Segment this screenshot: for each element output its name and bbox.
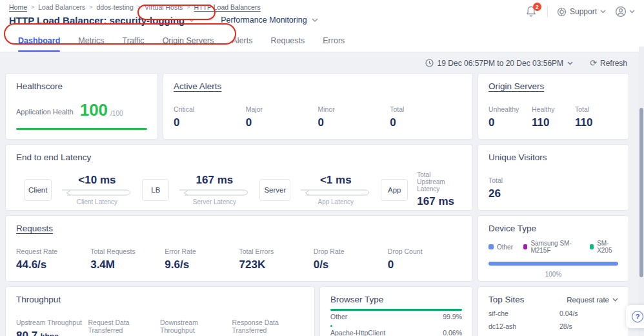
stat-label: Unhealthy (488, 105, 532, 113)
page-title-dropdown[interactable]: HTTP Load Balancer: security-logging (9, 15, 195, 26)
requests-title-link[interactable]: Requests (16, 224, 462, 233)
chevron-down-icon (612, 298, 618, 302)
latency-segment-app: <1 ms App Latency (297, 174, 374, 205)
chevron-down-icon (629, 10, 635, 14)
browser-bar (330, 325, 332, 327)
dashboard-content: Healthscore Application Health 100 /100 … (5, 73, 629, 336)
breadcrumb-home[interactable]: Home (9, 3, 27, 11)
throughput-card: Throughput Upstream Throughput 80.7 kbps… (5, 286, 315, 336)
latency-title: End to end Latency (16, 152, 462, 162)
browser-row-apache: Apache-HttpClient 0.06% (330, 325, 462, 336)
support-menu[interactable]: Support (557, 7, 606, 17)
breadcrumb-load-balancers[interactable]: Load Balancers (38, 3, 85, 11)
stat-drop-count: Drop Count 0 (388, 247, 462, 271)
throughput-title: Throughput (16, 295, 304, 304)
stat-value: 9.6/s (165, 258, 239, 271)
stat-total-alerts: Total 0 (390, 105, 462, 129)
throughput-stats: Upstream Throughput 80.7 kbps Request Da… (16, 319, 304, 336)
stat-downstream-throughput: Downstream Throughput 710 kbps (160, 319, 232, 336)
breadcrumb-http-load-balancers[interactable]: HTTP Load Balancers (194, 3, 261, 11)
stat-total-visitors: Total 26 (488, 176, 618, 200)
stat-label: Drop Rate (314, 247, 388, 255)
row-3: Requests Request Rate 44.6/s Total Reque… (5, 215, 629, 282)
date-range-picker[interactable]: 19 Dec 06:57PM to 20 Dec 03:56PM (425, 59, 573, 68)
active-alerts-title-link[interactable]: Active Alerts (174, 81, 462, 91)
tab-alerts[interactable]: Alerts (223, 30, 262, 52)
origin-servers-title-link[interactable]: Origin Servers (488, 81, 618, 91)
device-type-legend: Other Samsung SM-M215F SM-X205 (488, 240, 618, 254)
latency-segment-client: <10 ms Client Latency (58, 174, 136, 205)
tab-requests[interactable]: Requests (261, 30, 314, 52)
chevron-down-icon (600, 10, 606, 14)
breadcrumb-virtual-hosts[interactable]: Virtual Hosts (145, 3, 183, 11)
tab-origin-servers[interactable]: Origin Servers (154, 30, 223, 52)
site-value: 0.04/s (559, 310, 578, 317)
healthscore-card: Healthscore Application Health 100 /100 (5, 73, 158, 140)
active-alerts-card: Active Alerts Critical 0 Major 0 Minor 0… (163, 73, 473, 140)
browser-label: Other (330, 313, 347, 320)
round-trip-arrow-icon (297, 188, 374, 197)
stat-request-data: Request Data Transferred 762 MB (88, 319, 161, 336)
legend-label: Other (497, 244, 513, 251)
legend-item-other: Other (488, 240, 513, 254)
top-sites-metric-dropdown[interactable]: Request rate (567, 296, 618, 304)
stat-value: 44.6/s (16, 258, 90, 271)
device-type-title: Device Type (488, 224, 618, 233)
stat-drop-rate: Drop Rate 0/s (314, 247, 388, 271)
chevron-down-icon (188, 18, 195, 22)
latency-node-client: Client (24, 179, 52, 201)
stat-total-errors: Total Errors 723K (239, 247, 314, 271)
round-trip-arrow-icon (58, 188, 136, 197)
notification-badge: 2 (533, 3, 541, 11)
tab-metrics[interactable]: Metrics (69, 30, 113, 52)
stat-total-requests: Total Requests 3.4M (90, 247, 165, 271)
refresh-button[interactable]: ⟳ Refresh (590, 58, 627, 68)
user-avatar-icon (615, 6, 627, 17)
healthscore-bar (16, 128, 147, 130)
latency-value: <1 ms (320, 174, 352, 187)
breadcrumb-namespace[interactable]: ddos-testing (97, 3, 134, 11)
scrollbar-track[interactable] (639, 47, 644, 336)
scrollbar-thumb[interactable] (639, 108, 643, 277)
stat-label: Upstream Throughput (16, 319, 88, 326)
legend-item-smx205: SM-X205 (590, 240, 618, 254)
stat-request-rate: Request Rate 44.6/s (16, 247, 90, 271)
latency-segment-server: 167 ms Server Latency (176, 174, 253, 205)
metric-selector-label: Request rate (567, 296, 609, 304)
legend-label: SM-X205 (597, 240, 618, 254)
stat-label: Major (246, 105, 318, 113)
stat-value: 0/s (314, 258, 388, 271)
requests-card: Requests Request Rate 44.6/s Total Reque… (5, 215, 473, 282)
support-lifebuoy-icon (557, 7, 567, 17)
help-widget-button[interactable]: ? (626, 305, 644, 328)
legend-swatch-icon (488, 244, 494, 249)
stat-label: Total Errors (239, 247, 314, 255)
stat-value: 0 (174, 116, 246, 129)
latency-node-app: App (381, 179, 408, 201)
tab-traffic[interactable]: Traffic (114, 30, 154, 52)
dashboard-page: { "breadcrumb": { "items": [ { "label": … (0, 0, 644, 336)
latency-value: <10 ms (78, 174, 116, 187)
requests-stats: Request Rate 44.6/s Total Requests 3.4M … (16, 247, 462, 271)
tab-errors[interactable]: Errors (314, 30, 354, 52)
healthscore-title: Healthscore (16, 81, 147, 91)
browser-value: 99.9% (443, 313, 462, 320)
row-4: Throughput Upstream Throughput 80.7 kbps… (5, 286, 629, 336)
tab-dashboard[interactable]: Dashboard (9, 30, 69, 52)
breadcrumb-separator: > (31, 4, 34, 10)
refresh-label: Refresh (600, 59, 627, 68)
user-menu[interactable] (615, 6, 635, 17)
stat-major: Major 0 (246, 105, 318, 129)
view-selector-dropdown[interactable]: Performance Monitoring (214, 14, 324, 26)
view-selector-label: Performance Monitoring (221, 16, 307, 25)
stat-label: Minor (318, 105, 390, 113)
stat-label: Drop Count (388, 247, 462, 255)
stat-label: Request Data Transferred (88, 319, 161, 334)
stat-label: Critical (174, 105, 246, 113)
stat-upstream-throughput: Upstream Throughput 80.7 kbps (16, 319, 88, 336)
breadcrumb-separator: > (186, 4, 190, 10)
healthscore-label: Application Health (16, 108, 74, 116)
chevron-down-icon (312, 18, 318, 22)
latency-total-value: 167 ms (417, 195, 454, 208)
notifications-button[interactable]: 2 (525, 5, 538, 18)
